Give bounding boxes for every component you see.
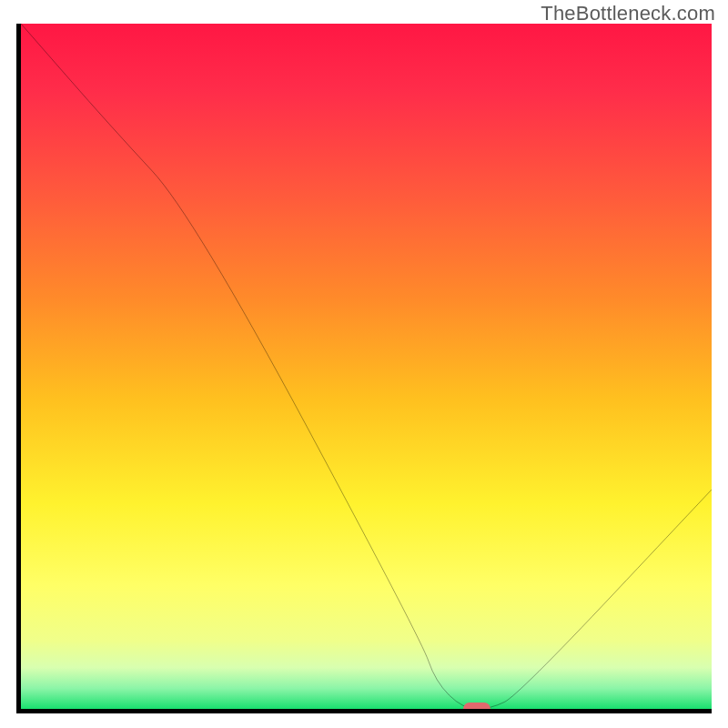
optimal-point-marker <box>463 703 490 713</box>
chart-plot-area <box>16 24 712 713</box>
watermark-text: TheBottleneck.com <box>541 2 715 25</box>
chart-background-gradient <box>21 24 712 709</box>
svg-rect-0 <box>21 24 712 709</box>
